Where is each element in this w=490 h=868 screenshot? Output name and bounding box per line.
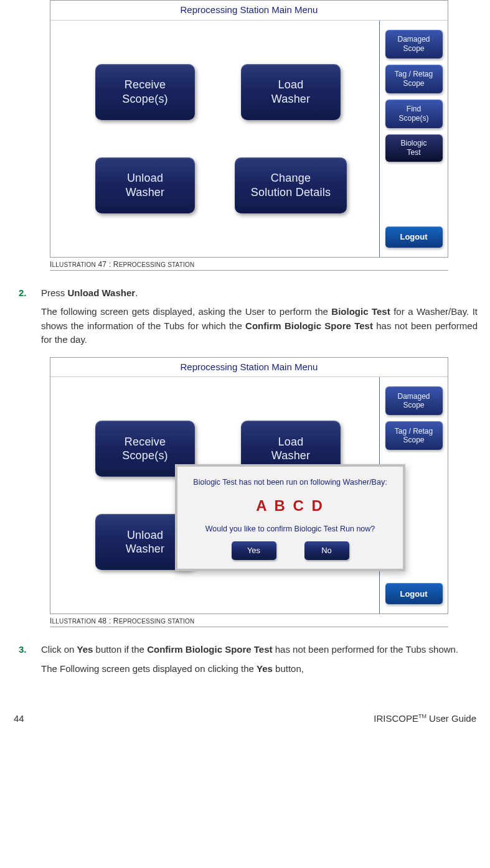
app-body: Receive Scope(s) Load Washer Unload Wash… — [50, 21, 448, 257]
receive-scopes-button[interactable]: Receive Scope(s) — [95, 64, 195, 120]
find-scopes-button[interactable]: Find Scope(s) — [385, 100, 443, 128]
page-number: 44 — [14, 712, 24, 726]
app-titlebar: Reprocessing Station Main Menu — [50, 1, 448, 21]
change-solution-details-button[interactable]: Change Solution Details — [235, 157, 347, 213]
page-footer: 44 IRISCOPETM User Guide — [12, 712, 478, 726]
damaged-scope-button[interactable]: Damaged Scope — [385, 30, 443, 58]
app-window: Reprocessing Station Main Menu Receive S… — [50, 357, 448, 615]
logout-button[interactable]: Logout — [385, 226, 443, 248]
main-button-grid: Receive Scope(s) Load Washer Unload Wash… — [50, 21, 379, 257]
damaged-scope-button[interactable]: Damaged Scope — [385, 386, 443, 415]
dialog-message-2: Would you like to confirm Biologic Test … — [184, 523, 397, 535]
step-3: 3. Click on Yes button if the Confirm Bi… — [19, 643, 478, 681]
dialog-message-1: Biologic Test has not been run on follow… — [184, 477, 397, 488]
tag-retag-scope-button[interactable]: Tag / Retag Scope — [385, 421, 443, 450]
dialog-bay-list: A B C D — [184, 495, 397, 517]
figure-caption: ILLUSTRATION 48 : REPROCESSING STATION — [50, 614, 448, 627]
biologic-test-button[interactable]: Biologic Test — [385, 134, 443, 162]
biologic-test-dialog: Biologic Test has not been run on follow… — [175, 464, 405, 571]
figure-48: Reprocessing Station Main Menu Receive S… — [50, 357, 448, 628]
side-panel: Damaged Scope Tag / Retag Scope Find Sco… — [379, 21, 448, 257]
app-body: Receive Scope(s) Load Washer Unload Wash… — [50, 377, 448, 614]
dialog-no-button[interactable]: No — [304, 541, 349, 560]
unload-washer-button[interactable]: Unload Washer — [95, 157, 195, 213]
app-titlebar: Reprocessing Station Main Menu — [50, 358, 448, 378]
step-number: 2. — [19, 286, 29, 352]
dialog-yes-button[interactable]: Yes — [232, 541, 276, 560]
footer-brand: IRISCOPETM User Guide — [374, 712, 476, 726]
step-number: 3. — [19, 643, 29, 681]
load-washer-button[interactable]: Load Washer — [241, 64, 341, 120]
step-2: 2. Press Unload Washer. The following sc… — [19, 286, 478, 352]
tag-retag-scope-button[interactable]: Tag / Retag Scope — [385, 65, 443, 93]
app-window: Reprocessing Station Main Menu Receive S… — [50, 0, 448, 258]
logout-button[interactable]: Logout — [385, 583, 443, 604]
figure-47: Reprocessing Station Main Menu Receive S… — [50, 0, 448, 271]
step-body: Press Unload Washer. The following scree… — [41, 286, 478, 352]
step-body: Click on Yes button if the Confirm Biolo… — [41, 643, 478, 681]
dialog-button-row: Yes No — [184, 541, 397, 560]
figure-caption: ILLUSTRATION 47 : REPROCESSING STATION — [50, 258, 448, 271]
